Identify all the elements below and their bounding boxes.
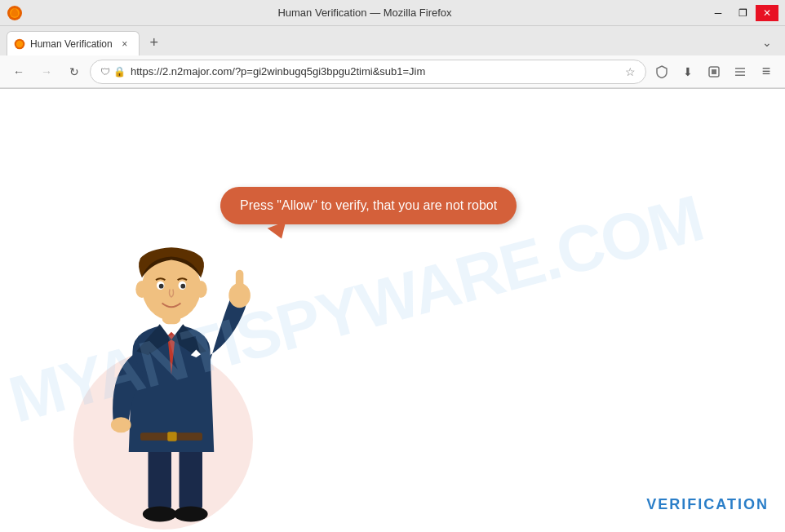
speech-bubble-text: Press "Allow" to verify, that you are no…	[240, 198, 497, 212]
firefox-logo-icon	[7, 5, 23, 21]
verification-text: VERIFICATION	[646, 496, 769, 512]
svg-rect-7	[735, 71, 745, 73]
extensions-button[interactable]	[702, 60, 726, 84]
page-content: MYANTISPYWARE.COM	[0, 89, 785, 530]
tab-bar: Human Verification × + ⌄	[0, 26, 785, 55]
character-illustration	[49, 187, 294, 530]
svg-point-24	[135, 281, 148, 298]
more-tools-svg-icon	[734, 65, 747, 78]
title-bar-left	[7, 5, 23, 21]
title-bar: Human Verification — Mozilla Firefox ─ ❐…	[0, 0, 785, 26]
tab-dropdown-button[interactable]: ⌄	[756, 31, 778, 54]
address-url: https://2.n2major.com/?p=gi2winbugq5gi3b…	[131, 65, 620, 78]
tab-firefox-icon	[14, 38, 25, 50]
character-svg	[65, 219, 277, 530]
svg-point-23	[180, 284, 185, 289]
svg-rect-16	[236, 270, 244, 294]
address-icons: 🛡 🔒	[100, 66, 126, 78]
shield-icon: 🛡	[100, 66, 110, 78]
address-bar[interactable]: 🛡 🔒 https://2.n2major.com/?p=gi2winbugq5…	[90, 60, 646, 84]
window-controls: ─ ❐ ✕	[707, 5, 778, 21]
container-icon[interactable]	[650, 60, 674, 84]
downloads-button[interactable]: ⬇	[676, 60, 700, 84]
svg-point-17	[111, 417, 131, 432]
svg-point-25	[195, 281, 207, 298]
svg-rect-9	[149, 445, 172, 515]
container-svg-icon	[655, 65, 668, 78]
browser-chrome: Human Verification — Mozilla Firefox ─ ❐…	[0, 0, 785, 89]
minimize-button[interactable]: ─	[707, 5, 730, 21]
svg-point-12	[174, 507, 208, 522]
new-tab-button[interactable]: +	[143, 31, 166, 54]
nav-actions: ⬇ ≡	[650, 60, 778, 84]
svg-rect-8	[735, 74, 745, 76]
svg-point-11	[143, 507, 177, 522]
back-button[interactable]: ←	[7, 60, 31, 84]
browser-title: Human Verification — Mozilla Firefox	[23, 7, 707, 19]
svg-rect-5	[712, 69, 716, 74]
svg-point-3	[16, 40, 23, 47]
nav-bar: ← → ↻ 🛡 🔒 https://2.n2major.com/?p=gi2wi…	[0, 55, 785, 88]
svg-point-22	[159, 284, 164, 289]
close-button[interactable]: ✕	[756, 5, 778, 21]
more-tools-button[interactable]	[728, 60, 752, 84]
tab-label: Human Verification	[30, 38, 113, 50]
extensions-svg-icon	[707, 65, 721, 78]
speech-bubble: Press "Allow" to verify, that you are no…	[220, 187, 517, 224]
svg-rect-14	[167, 432, 176, 441]
restore-button[interactable]: ❐	[731, 5, 754, 21]
menu-button[interactable]: ≡	[754, 60, 778, 84]
verification-badge: VERIFICATION	[646, 496, 769, 513]
reload-button[interactable]: ↻	[62, 60, 86, 84]
svg-rect-10	[180, 445, 203, 515]
active-tab[interactable]: Human Verification ×	[7, 31, 140, 55]
forward-button[interactable]: →	[34, 60, 59, 84]
bookmark-star-icon[interactable]: ☆	[625, 65, 636, 78]
tab-close-button[interactable]: ×	[118, 37, 132, 51]
lock-icon: 🔒	[113, 66, 126, 78]
svg-rect-6	[735, 68, 745, 69]
